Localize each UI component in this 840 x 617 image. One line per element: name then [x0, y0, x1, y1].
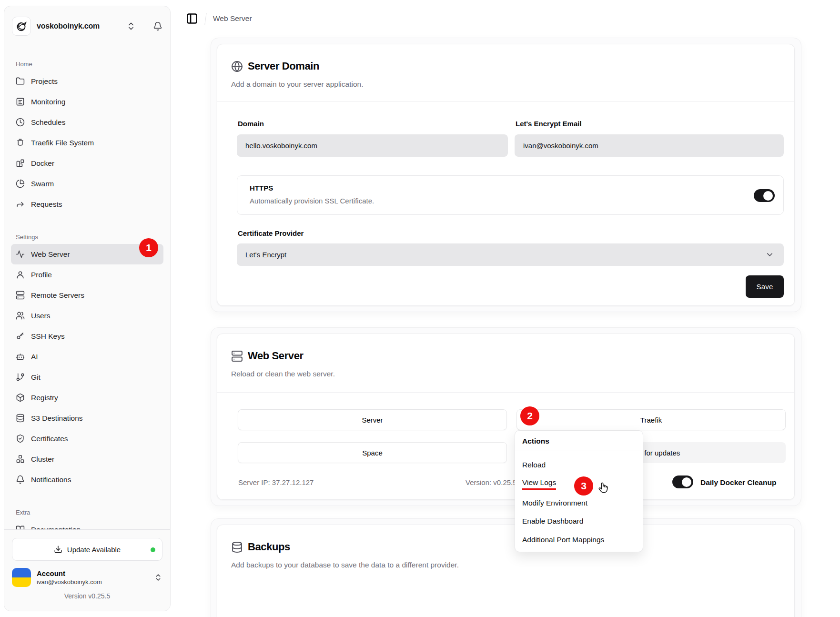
book-icon [16, 525, 25, 529]
boxes-icon [16, 455, 25, 464]
sidebar-item-monitoring[interactable]: Monitoring [11, 91, 163, 112]
monitoring-chart-icon [16, 97, 25, 106]
chevrons-up-down-icon[interactable] [154, 573, 162, 582]
save-button[interactable]: Save [746, 275, 784, 298]
package-icon [16, 393, 25, 402]
update-available-button[interactable]: Update Available [12, 538, 162, 561]
sidebar-item-notifications[interactable]: Notifications [11, 469, 163, 490]
sidebar-item-projects[interactable]: Projects [11, 71, 163, 91]
https-toggle[interactable] [754, 189, 775, 202]
sidebar-item-s3-destinations[interactable]: S3 Destinations [11, 408, 163, 428]
sidebar-item-traefik-file-system[interactable]: Traefik File System [11, 132, 163, 153]
app-window: voskoboinyk.com Home Projects Monitoring… [0, 0, 840, 617]
shield-check-icon [16, 434, 25, 443]
sidebar-item-ai[interactable]: AI [11, 346, 163, 367]
server-version-text: Version: v0.25.5 [466, 478, 516, 486]
sidebar-item-swarm[interactable]: Swarm [11, 173, 163, 194]
account-title: Account [37, 569, 148, 577]
lets-encrypt-email-label: Let's Encrypt Email [516, 120, 582, 128]
sidebar: voskoboinyk.com Home Projects Monitoring… [4, 6, 171, 611]
domain-input[interactable] [237, 134, 508, 157]
card-subtitle: Reload or clean the web server. [231, 370, 335, 378]
menu-item-enable-dashboard[interactable]: Enable Dashboard [522, 513, 583, 530]
sidebar-item-requests[interactable]: Requests [11, 194, 163, 214]
sidebar-footer: Update Available Account ivan@voskoboiny… [4, 529, 170, 611]
card-title: Server Domain [248, 60, 319, 72]
section-label-extra: Extra [11, 490, 163, 519]
pie-chart-icon [16, 179, 25, 188]
server-stack-icon [231, 350, 243, 362]
clock-icon [16, 118, 25, 127]
download-icon [54, 545, 62, 554]
server-actions-button[interactable]: Server [238, 409, 507, 430]
card-title: Web Server [248, 350, 304, 362]
git-branch-icon [16, 373, 25, 382]
bell-icon [16, 475, 25, 484]
sidebar-item-cluster[interactable]: Cluster [11, 449, 163, 469]
https-description: Automatically provision SSL Certificate. [250, 197, 374, 205]
sidebar-item-registry[interactable]: Registry [11, 387, 163, 408]
app-version: Version v0.25.5 [12, 592, 162, 600]
users-icon [16, 311, 25, 320]
annotation-underline: View Logs [522, 478, 556, 490]
docker-blocks-icon [16, 159, 25, 168]
sidebar-toggle-icon[interactable] [186, 12, 198, 25]
folder-icon [16, 77, 25, 86]
annotation-badge-2: 2 [520, 406, 539, 425]
account-email: ivan@voskoboinyk.com [37, 578, 148, 586]
daily-docker-cleanup-toggle[interactable] [672, 475, 693, 488]
workspace-switcher[interactable]: voskoboinyk.com [4, 6, 170, 46]
chevrons-up-down-icon[interactable] [126, 21, 136, 31]
account-menu[interactable]: Account ivan@voskoboinyk.com [12, 568, 162, 587]
sidebar-item-remote-servers[interactable]: Remote Servers [11, 285, 163, 305]
workspace-name: voskoboinyk.com [37, 22, 121, 30]
database-icon [231, 541, 243, 553]
sidebar-item-docker[interactable]: Docker [11, 153, 163, 173]
globe-icon [231, 61, 243, 72]
activity-icon [16, 250, 25, 259]
card-title: Backups [248, 541, 290, 553]
daily-docker-cleanup-label: Daily Docker Cleanup [700, 478, 776, 487]
server-ip-text: Server IP: 37.27.12.127 [238, 478, 314, 486]
space-button[interactable]: Space [238, 442, 507, 463]
database-icon [16, 414, 25, 423]
https-setting-box: HTTPS Automatically provision SSL Certif… [237, 175, 784, 215]
section-label-home: Home [11, 46, 163, 71]
sidebar-nav: Home Projects Monitoring Schedules Traef… [4, 46, 170, 529]
sidebar-item-users[interactable]: Users [11, 305, 163, 326]
sidebar-item-certificates[interactable]: Certificates [11, 428, 163, 449]
menu-item-reload[interactable]: Reload [522, 456, 546, 474]
certificate-provider-select[interactable]: Let's Encrypt [237, 243, 784, 266]
certificate-provider-label: Certificate Provider [238, 229, 304, 237]
workspace-logo-icon [12, 17, 31, 36]
annotation-badge-3: 3 [574, 476, 593, 496]
sidebar-item-ssh-keys[interactable]: SSH Keys [11, 326, 163, 346]
backups-card: Backups Add backups to your database to … [211, 518, 801, 617]
sidebar-item-profile[interactable]: Profile [11, 264, 163, 285]
section-label-settings: Settings [11, 214, 163, 244]
traefik-actions-button[interactable]: Traefik [516, 409, 786, 430]
server-domain-card: Server Domain Add a domain to your serve… [211, 38, 801, 312]
https-label: HTTPS [250, 184, 273, 192]
lets-encrypt-email-input[interactable] [515, 134, 784, 157]
breadcrumb: Web Server [213, 14, 252, 23]
card-subtitle: Add backups to your database to save the… [231, 561, 459, 569]
bot-icon [16, 352, 25, 361]
annotation-badge-1: 1 [139, 238, 158, 257]
main-header: Web Server [186, 12, 252, 25]
menu-item-view-logs[interactable]: View Logs [522, 475, 556, 493]
menu-item-additional-port-mappings[interactable]: Additional Port Mappings [522, 531, 604, 548]
traefik-jar-icon [16, 138, 25, 147]
notifications-bell-icon[interactable] [153, 21, 162, 31]
menu-item-modify-environment[interactable]: Modify Environment [522, 495, 587, 512]
chevron-down-icon [765, 250, 774, 259]
sidebar-item-schedules[interactable]: Schedules [11, 112, 163, 132]
key-icon [16, 332, 25, 341]
sidebar-item-documentation[interactable]: Documentation [11, 519, 163, 529]
domain-label: Domain [238, 120, 264, 128]
sidebar-item-git[interactable]: Git [11, 367, 163, 387]
server-icon [16, 291, 25, 300]
hand-cursor-icon [597, 481, 609, 496]
breadcrumb-separator [204, 13, 206, 25]
card-subtitle: Add a domain to your server application. [231, 80, 363, 89]
